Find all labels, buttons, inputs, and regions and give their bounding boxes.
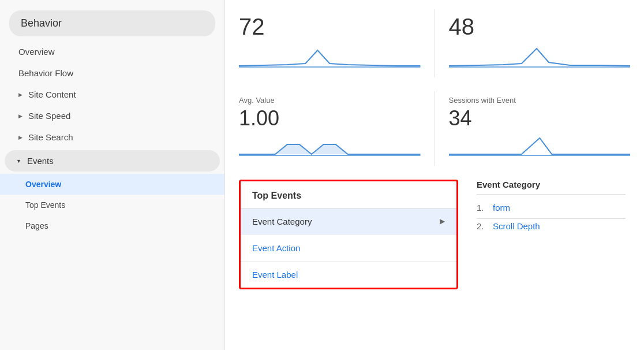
- sidebar-item-events-overview[interactable]: Overview: [0, 174, 224, 195]
- event-category-panel: Event Category 1. form 2. Scroll Depth: [472, 180, 630, 289]
- main-content: 72 48 Avg. Value 1.00 Sessions with Even: [225, 0, 644, 350]
- sparkline-sessions: [449, 130, 631, 159]
- sidebar-item-overview[interactable]: Overview: [0, 41, 224, 62]
- sidebar-item-site-content[interactable]: Site Content: [0, 84, 224, 105]
- avg-value-label: Avg. Value: [239, 96, 421, 105]
- sidebar: Behavior Overview Behavior Flow Site Con…: [0, 0, 225, 350]
- metric-avg-value: Avg. Value 1.00: [239, 91, 435, 166]
- metric-total-events: 72: [239, 9, 435, 77]
- sidebar-item-label: Pages: [25, 221, 48, 230]
- sidebar-item-behavior-flow[interactable]: Behavior Flow: [0, 62, 224, 84]
- sparkline-48: [449, 42, 631, 70]
- chevron-right-icon: ▶: [440, 217, 445, 225]
- sidebar-section-behavior[interactable]: Behavior: [9, 10, 215, 36]
- sidebar-item-label: Site Content: [28, 90, 76, 99]
- sidebar-item-label: Overview: [18, 47, 55, 57]
- metrics-top-row: 72 48: [239, 9, 630, 77]
- sidebar-item-label: Overview: [25, 180, 61, 189]
- event-action-label: Event Action: [252, 243, 300, 253]
- sidebar-item-label: Site Speed: [28, 111, 70, 121]
- sidebar-item-site-speed[interactable]: Site Speed: [0, 105, 224, 126]
- event-category-item-1: 1. form: [477, 203, 626, 213]
- sidebar-section-label: Behavior: [21, 17, 62, 29]
- event-category-num-2: 2.: [477, 221, 488, 231]
- top-events-event-label[interactable]: Event Label: [241, 262, 456, 288]
- sessions-label: Sessions with Event: [449, 96, 631, 105]
- sidebar-item-label: Top Events: [25, 200, 65, 210]
- metrics-bottom-row: Avg. Value 1.00 Sessions with Event 34: [239, 91, 630, 166]
- metric-value-72: 72: [239, 14, 421, 39]
- sidebar-item-label: Events: [27, 156, 54, 166]
- sidebar-item-top-events[interactable]: Top Events: [0, 195, 224, 215]
- event-category-heading: Event Category: [477, 180, 626, 195]
- avg-value-number: 1.00: [239, 107, 421, 130]
- sidebar-item-label: Behavior Flow: [18, 68, 73, 78]
- events-arrow-icon: ▼: [16, 158, 21, 164]
- top-events-event-action[interactable]: Event Action: [241, 235, 456, 262]
- bottom-section: Top Events Event Category ▶ Event Action…: [239, 180, 630, 289]
- sessions-value: 34: [449, 107, 631, 130]
- sidebar-item-pages[interactable]: Pages: [0, 215, 224, 236]
- sidebar-item-events[interactable]: ▼ Events: [5, 150, 220, 172]
- top-events-title: Top Events: [241, 181, 456, 208]
- event-category-label: Event Category: [252, 217, 312, 226]
- divider: [477, 218, 626, 219]
- top-events-box: Top Events Event Category ▶ Event Action…: [239, 180, 458, 289]
- event-category-scroll-depth-link[interactable]: Scroll Depth: [493, 221, 540, 231]
- sidebar-item-site-search[interactable]: Site Search: [0, 126, 224, 148]
- event-category-num-1: 1.: [477, 203, 488, 213]
- metric-value-48: 48: [449, 14, 631, 39]
- sparkline-72: [239, 42, 421, 70]
- sidebar-item-label: Site Search: [28, 132, 73, 142]
- sparkline-avg: [239, 130, 421, 159]
- top-events-event-category[interactable]: Event Category ▶: [241, 208, 456, 235]
- metric-sessions-48: 48: [435, 9, 631, 77]
- event-category-form-link[interactable]: form: [493, 203, 510, 213]
- event-category-item-2: 2. Scroll Depth: [477, 221, 626, 231]
- event-label-label: Event Label: [252, 270, 298, 280]
- metric-sessions-event: Sessions with Event 34: [435, 91, 631, 166]
